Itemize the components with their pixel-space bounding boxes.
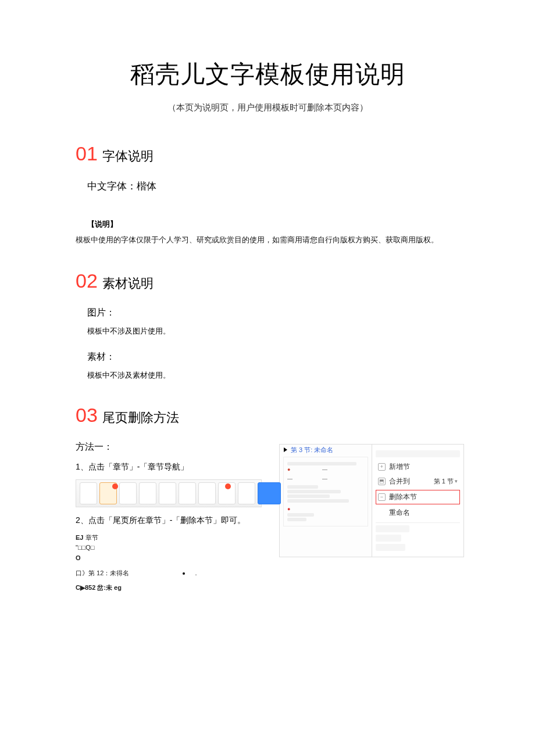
outline-l4: 口》第 12：未得名 xyxy=(76,569,129,576)
image-body: 模板中不涉及图片使用。 xyxy=(87,326,459,336)
outline-l1a: EJ xyxy=(76,534,83,541)
outline-l1b: 章节 xyxy=(85,534,98,541)
material-heading: 素材： xyxy=(87,351,459,363)
section-material: 02 素材说明 图片： 模板中不涉及图片使用。 素材： 模板中不涉及素材使用。 xyxy=(76,270,459,381)
outline-l3: O xyxy=(76,553,262,564)
context-menu: + 新增节 ⬒ 合并到 第 1 节 ▾ − xyxy=(372,444,464,557)
menu-item-new-section[interactable]: + 新增节 xyxy=(376,460,460,474)
section-title-1: 字体说明 xyxy=(102,148,154,165)
bullet-icon xyxy=(183,572,185,575)
section-number-2: 02 xyxy=(76,270,98,292)
delete-icon: − xyxy=(378,493,386,501)
note-body: 模板中使用的字体仅限于个人学习、研究或欣赏目的使用，如需商用请您自行向版权方购买… xyxy=(76,234,459,246)
step-2: 2、点击「尾页所在章节」-「删除本节」即可。 xyxy=(76,515,262,526)
menu-item-merge[interactable]: ⬒ 合并到 第 1 节 ▾ xyxy=(376,474,460,489)
new-section-icon: + xyxy=(378,463,386,471)
figure-toolbar xyxy=(76,479,262,507)
menu-item-rename[interactable]: 重命名 xyxy=(376,506,460,520)
image-heading: 图片： xyxy=(87,307,459,319)
chinese-font-line: 中文字体：楷体 xyxy=(87,180,459,193)
material-body: 模板中不涉及素材使用。 xyxy=(87,370,459,381)
triangle-icon xyxy=(284,447,287,452)
merge-icon: ⬒ xyxy=(378,478,386,485)
outline-l2: "□□Q□ xyxy=(76,543,262,553)
step-1: 1、点击「章节」-「章节导航」 xyxy=(76,462,262,472)
menu-label-merge: 合并到 xyxy=(389,476,410,486)
note-label: 【说明】 xyxy=(87,219,459,230)
outline-l5: C▶852 岔:未 eg xyxy=(76,583,262,593)
menu-label-delete: 删除本节 xyxy=(389,492,417,502)
chevron-icon: ▾ xyxy=(455,478,458,484)
menu-item-delete-section[interactable]: − 删除本节 xyxy=(376,490,460,504)
method-heading: 方法一： xyxy=(76,441,262,453)
figure-outline-text: EJ 章节 "□□Q□ O 口》第 12：未得名 . C▶852 岔:未 eg xyxy=(76,533,262,593)
menu-label-rename: 重命名 xyxy=(389,508,410,518)
section-title-2: 素材说明 xyxy=(102,275,154,292)
section-number-3: 03 xyxy=(76,404,98,427)
document-subtitle: （本页为说明页，用户使用模板时可删除本页内容） xyxy=(76,102,459,113)
section-delete-method: 03 尾页删除方法 方法一： 1、点击「章节」-「章节导航」 xyxy=(76,404,459,593)
panel-section-header: 第 3 节: 未命名 xyxy=(282,446,368,454)
menu-label-new: 新增节 xyxy=(389,462,410,472)
panel-header-text: 第 3 节: 未命名 xyxy=(291,446,333,454)
section-number-1: 01 xyxy=(76,142,98,165)
figure-outline-panel: 第 3 节: 未命名 ●— —— ● xyxy=(279,444,372,557)
document-title: 稻壳儿文字模板使用说明 xyxy=(76,58,459,91)
section-font: 01 字体说明 中文字体：楷体 【说明】 模板中使用的字体仅限于个人学习、研究或… xyxy=(76,142,459,246)
menu-merge-target: 第 1 节 xyxy=(434,477,454,486)
section-title-3: 尾页删除方法 xyxy=(102,409,179,427)
figure-context-menu: 第 3 节: 未命名 ●— —— ● xyxy=(279,444,465,557)
